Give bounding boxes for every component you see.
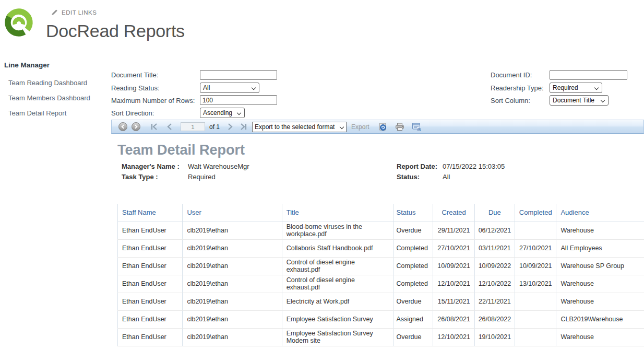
table-cell: All Employees bbox=[556, 239, 644, 257]
reading-status-label: Reading Status: bbox=[111, 84, 160, 92]
column-header: Due bbox=[474, 204, 515, 222]
max-rows-input[interactable] bbox=[200, 95, 277, 105]
export-link[interactable]: Export bbox=[351, 123, 369, 131]
back-button[interactable] bbox=[118, 122, 127, 131]
forward-button[interactable] bbox=[132, 122, 140, 131]
table-cell: Ethan EndUser bbox=[118, 275, 183, 293]
table-cell: Overdue bbox=[393, 293, 433, 310]
sidebar-item-team-detail-report[interactable]: Team Detail Report bbox=[4, 106, 109, 121]
table-cell: clb2019\ethan bbox=[183, 222, 282, 239]
table-cell: Assigned bbox=[393, 310, 433, 328]
table-row[interactable]: Ethan EndUserclb2019\ethanControl of die… bbox=[118, 275, 644, 293]
document-id-label: Document ID: bbox=[491, 71, 532, 79]
table-cell: 06/12/2021 bbox=[474, 222, 515, 239]
first-page-button[interactable] bbox=[151, 123, 158, 130]
table-cell bbox=[515, 222, 556, 239]
report-viewer-toolbar: of 1 Export to the selected format Expor… bbox=[111, 120, 644, 134]
column-header: Completed bbox=[515, 204, 556, 222]
table-cell: Warehouse bbox=[556, 293, 644, 310]
page-number-input[interactable] bbox=[181, 122, 205, 131]
table-cell bbox=[515, 328, 556, 346]
table-cell: Ethan EndUser bbox=[118, 293, 183, 310]
table-header-row: Staff NameUserTitleStatusCreatedDueCompl… bbox=[118, 204, 644, 222]
sidebar-item-team-members-dashboard[interactable]: Team Members Dashboard bbox=[4, 90, 109, 106]
table-row[interactable]: Ethan EndUserclb2019\ethanEmployee Satis… bbox=[118, 310, 644, 328]
data-feed-button[interactable]: @ bbox=[412, 123, 421, 131]
column-header: User bbox=[183, 204, 282, 222]
sort-direction-label: Sort Direction: bbox=[111, 109, 154, 117]
column-header: Staff Name bbox=[118, 204, 183, 222]
report-table: Staff NameUserTitleStatusCreatedDueCompl… bbox=[117, 204, 644, 346]
prev-page-button[interactable] bbox=[166, 123, 172, 130]
forward-icon bbox=[134, 124, 138, 129]
edit-links-button[interactable]: EDIT LINKS bbox=[51, 9, 97, 16]
pencil-icon bbox=[51, 9, 58, 16]
table-cell: Warehouse SP Group bbox=[556, 257, 644, 275]
chevron-down-icon bbox=[252, 86, 256, 90]
table-cell: 12/10/2021 bbox=[433, 275, 474, 293]
refresh-button[interactable] bbox=[378, 123, 388, 131]
table-cell: Warehouse bbox=[556, 328, 644, 346]
back-icon bbox=[121, 124, 125, 129]
table-row[interactable]: Ethan EndUserclb2019\ethanEmployee Satis… bbox=[118, 328, 644, 346]
export-format-select[interactable]: Export to the selected format bbox=[252, 122, 347, 132]
report-info-right: Report Date: 07/15/2022 15:03:05 Status:… bbox=[397, 162, 505, 183]
table-cell: Overdue bbox=[393, 328, 433, 346]
column-header: Audience bbox=[556, 204, 644, 222]
table-row[interactable]: Ethan EndUserclb2019\ethanControl of die… bbox=[118, 257, 644, 275]
table-cell: Ethan EndUser bbox=[118, 257, 183, 275]
readership-type-select[interactable]: Required bbox=[550, 83, 602, 93]
table-cell: 10/09/2022 bbox=[474, 257, 515, 275]
manager-name-label: Manager's Name : bbox=[122, 162, 188, 173]
refresh-icon bbox=[378, 123, 388, 131]
chevron-down-icon bbox=[601, 98, 605, 102]
last-page-button[interactable] bbox=[240, 123, 247, 130]
document-title-input[interactable] bbox=[200, 70, 277, 80]
chevron-down-icon bbox=[340, 124, 344, 129]
next-page-icon bbox=[228, 123, 233, 130]
sidebar: Line Manager Team Reading Dashboard Team… bbox=[4, 61, 109, 121]
sort-direction-select[interactable]: Ascending bbox=[200, 108, 245, 118]
svg-text:@: @ bbox=[417, 127, 421, 131]
print-button[interactable] bbox=[395, 123, 404, 131]
table-cell: 26/08/2022 bbox=[474, 310, 515, 328]
data-feed-icon: @ bbox=[412, 123, 421, 131]
table-row[interactable]: Ethan EndUserclb2019\ethanCollaboris Sta… bbox=[118, 239, 644, 257]
docread-reports-page: EDIT LINKS DocRead Reports Line Manager … bbox=[0, 0, 644, 349]
table-cell: Control of diesel engine exhaust.pdf bbox=[282, 257, 393, 275]
table-cell: clb2019\ethan bbox=[183, 275, 282, 293]
document-id-input[interactable] bbox=[550, 70, 627, 80]
table-cell: 12/10/2021 bbox=[433, 328, 474, 346]
reading-status-select[interactable]: All bbox=[200, 83, 259, 93]
table-cell: Employee Satisfaction Survey bbox=[282, 310, 393, 328]
prev-page-icon bbox=[166, 123, 172, 130]
report-table-wrap: Staff NameUserTitleStatusCreatedDueCompl… bbox=[117, 204, 644, 346]
table-row[interactable]: Ethan EndUserclb2019\ethanBlood-borne vi… bbox=[118, 222, 644, 239]
manager-name-value: Walt WarehouseMgr bbox=[188, 162, 249, 173]
docread-logo bbox=[4, 6, 33, 39]
report-title: Team Detail Report bbox=[117, 142, 245, 158]
table-row[interactable]: Ethan EndUserclb2019\ethanElectricity at… bbox=[118, 293, 644, 310]
table-cell: 10/09/2021 bbox=[515, 257, 556, 275]
table-cell: Ethan EndUser bbox=[118, 239, 183, 257]
table-cell: Control of diesel engine exhaust.pdf bbox=[282, 275, 393, 293]
page-title: DocRead Reports bbox=[46, 21, 185, 41]
table-cell: clb2019\ethan bbox=[183, 293, 282, 310]
sort-column-select[interactable]: Document Title bbox=[550, 95, 609, 106]
table-cell: Electricity at Work.pdf bbox=[282, 293, 393, 310]
reading-status-value: All bbox=[203, 84, 210, 91]
table-cell: Completed bbox=[393, 275, 433, 293]
sort-column-label: Sort Column: bbox=[491, 97, 530, 104]
table-cell: clb2019\ethan bbox=[183, 239, 282, 257]
edit-links-label: EDIT LINKS bbox=[62, 9, 97, 16]
sidebar-item-team-reading-dashboard[interactable]: Team Reading Dashboard bbox=[4, 75, 109, 90]
report-date-value: 07/15/2022 15:03:05 bbox=[443, 162, 505, 173]
task-type-label: Task Type : bbox=[122, 173, 188, 183]
next-page-button[interactable] bbox=[228, 123, 233, 130]
status-value: All bbox=[443, 173, 450, 183]
report-info-left: Manager's Name : Walt WarehouseMgr Task … bbox=[122, 162, 249, 183]
table-cell: CLB2019\Warehouse bbox=[556, 310, 644, 328]
table-cell: 10/09/2021 bbox=[433, 257, 474, 275]
table-cell: Employee Satisfaction Survey Modern site bbox=[282, 328, 393, 346]
page-count-label: of 1 bbox=[209, 123, 220, 131]
